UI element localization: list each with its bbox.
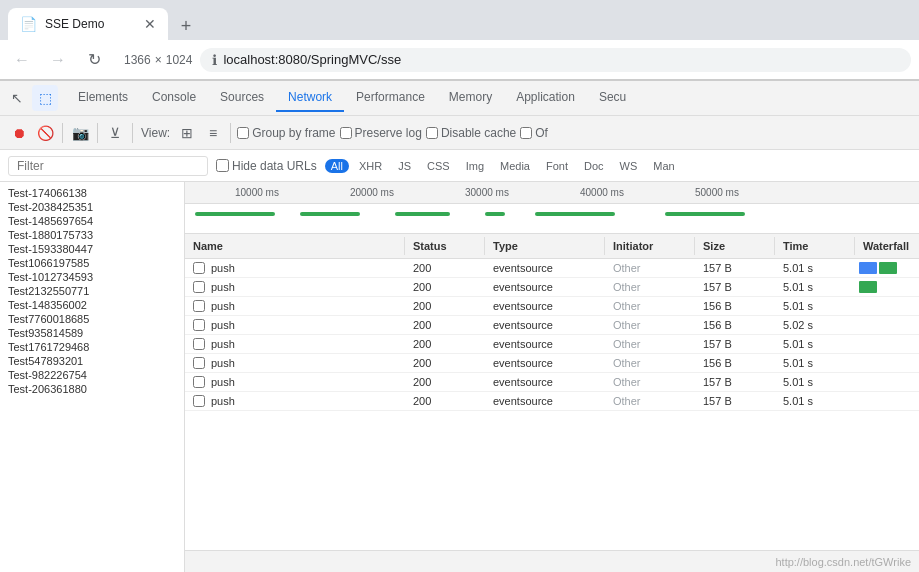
grid-view-button[interactable]: ⊞ [176, 122, 198, 144]
tab-memory[interactable]: Memory [437, 84, 504, 112]
filter-js-button[interactable]: JS [392, 159, 417, 173]
td-time: 5.01 s [775, 297, 855, 315]
td-name: push [185, 316, 405, 334]
filter-ws-button[interactable]: WS [614, 159, 644, 173]
clear-button[interactable]: 🚫 [34, 122, 56, 144]
row-checkbox[interactable] [193, 376, 205, 388]
list-item: Test935814589 [0, 326, 184, 340]
group-by-frame-toggle[interactable]: Group by frame [237, 126, 335, 140]
url-text: localhost:8080/SpringMVC/sse [223, 52, 401, 67]
td-time: 5.02 s [775, 316, 855, 334]
timeline-mark-3: 30000 ms [465, 187, 509, 198]
tab-close-button[interactable]: ✕ [144, 16, 156, 32]
cursor-icon: ↖ [11, 90, 23, 106]
list-item: Test-1593380447 [0, 242, 184, 256]
element-picker-button[interactable]: ↖ [4, 85, 30, 111]
sidebar: Test-174066138 Test-2038425351 Test-1485… [0, 182, 185, 572]
table-row[interactable]: push 200 eventsource Other 156 B 5.01 s [185, 297, 919, 316]
group-by-frame-checkbox[interactable] [237, 127, 249, 139]
row-checkbox[interactable] [193, 319, 205, 331]
url-bar[interactable]: ℹ localhost:8080/SpringMVC/sse [200, 48, 911, 72]
reload-icon: ↻ [88, 50, 101, 69]
list-view-button[interactable]: ≡ [202, 122, 224, 144]
filter-xhr-button[interactable]: XHR [353, 159, 388, 173]
filter-img-button[interactable]: Img [460, 159, 490, 173]
tab-performance[interactable]: Performance [344, 84, 437, 112]
tab-elements[interactable]: Elements [66, 84, 140, 112]
row-checkbox[interactable] [193, 262, 205, 274]
td-status: 200 [405, 278, 485, 296]
td-type: eventsource [485, 373, 605, 391]
back-button[interactable]: ← [8, 46, 36, 74]
th-waterfall: Waterfall [855, 237, 919, 255]
filter-input[interactable] [8, 156, 208, 176]
table-row[interactable]: push 200 eventsource Other 156 B 5.01 s [185, 354, 919, 373]
tab-network[interactable]: Network [276, 84, 344, 112]
disable-cache-checkbox[interactable] [426, 127, 438, 139]
td-name: push [185, 373, 405, 391]
filter-bar: Hide data URLs All XHR JS CSS Img Media … [0, 150, 919, 182]
waterfall-bar-blue [859, 262, 877, 274]
filter-toggle-button[interactable]: ⊻ [104, 122, 126, 144]
reload-button[interactable]: ↻ [80, 46, 108, 74]
td-size: 156 B [695, 354, 775, 372]
filter-media-button[interactable]: Media [494, 159, 536, 173]
record-button[interactable]: ⏺ [8, 122, 30, 144]
filter-css-button[interactable]: CSS [421, 159, 456, 173]
tab-sources[interactable]: Sources [208, 84, 276, 112]
list-item: Test1066197585 [0, 256, 184, 270]
waterfall-bar-green [859, 281, 877, 293]
table-row[interactable]: push 200 eventsource Other 156 B 5.02 s [185, 316, 919, 335]
viewport-width: 1366 [124, 53, 151, 67]
tab-security[interactable]: Secu [587, 84, 638, 112]
row-checkbox[interactable] [193, 300, 205, 312]
td-waterfall [855, 259, 919, 277]
row-checkbox[interactable] [193, 338, 205, 350]
td-name: push [185, 335, 405, 353]
filter-doc-button[interactable]: Doc [578, 159, 610, 173]
tab-application[interactable]: Application [504, 84, 587, 112]
td-size: 157 B [695, 392, 775, 410]
hide-data-urls-checkbox[interactable] [216, 159, 229, 172]
disable-cache-toggle[interactable]: Disable cache [426, 126, 516, 140]
timeline-mark-1: 10000 ms [235, 187, 279, 198]
view-label: View: [141, 126, 170, 140]
device-toolbar-button[interactable]: ⬚ [32, 85, 58, 111]
td-waterfall [855, 360, 919, 366]
camera-button[interactable]: 📷 [69, 122, 91, 144]
td-initiator: Other [605, 297, 695, 315]
list-item: Test-982226754 [0, 368, 184, 382]
row-checkbox[interactable] [193, 395, 205, 407]
offline-checkbox[interactable] [520, 127, 532, 139]
preserve-log-toggle[interactable]: Preserve log [340, 126, 422, 140]
table-row[interactable]: push 200 eventsource Other 157 B 5.01 s [185, 373, 919, 392]
browser-window: 📄 SSE Demo ✕ + ← → ↻ 1366 × 1024 ℹ local… [0, 0, 919, 572]
td-time: 5.01 s [775, 373, 855, 391]
table-row[interactable]: push 200 eventsource Other 157 B 5.01 s [185, 335, 919, 354]
td-initiator: Other [605, 278, 695, 296]
forward-button[interactable]: → [44, 46, 72, 74]
filter-all-button[interactable]: All [325, 159, 349, 173]
hide-data-urls-toggle[interactable]: Hide data URLs [216, 159, 317, 173]
filter-man-button[interactable]: Man [647, 159, 680, 173]
td-type: eventsource [485, 335, 605, 353]
tab-console[interactable]: Console [140, 84, 208, 112]
back-icon: ← [14, 51, 30, 69]
list-item: Test547893201 [0, 354, 184, 368]
timeline-bar-2 [300, 212, 360, 216]
filter-font-button[interactable]: Font [540, 159, 574, 173]
table-row[interactable]: push 200 eventsource Other 157 B 5.01 s [185, 259, 919, 278]
table-row[interactable]: push 200 eventsource Other 157 B 5.01 s [185, 392, 919, 411]
offline-label: Of [535, 126, 548, 140]
separator-1 [62, 123, 63, 143]
list-item: Test-1880175733 [0, 228, 184, 242]
timeline-bar-6 [665, 212, 745, 216]
offline-toggle[interactable]: Of [520, 126, 548, 140]
new-tab-button[interactable]: + [172, 12, 200, 40]
row-checkbox[interactable] [193, 357, 205, 369]
row-checkbox[interactable] [193, 281, 205, 293]
table-row[interactable]: push 200 eventsource Other 157 B 5.01 s [185, 278, 919, 297]
td-initiator: Other [605, 316, 695, 334]
preserve-log-checkbox[interactable] [340, 127, 352, 139]
browser-tab[interactable]: 📄 SSE Demo ✕ [8, 8, 168, 40]
